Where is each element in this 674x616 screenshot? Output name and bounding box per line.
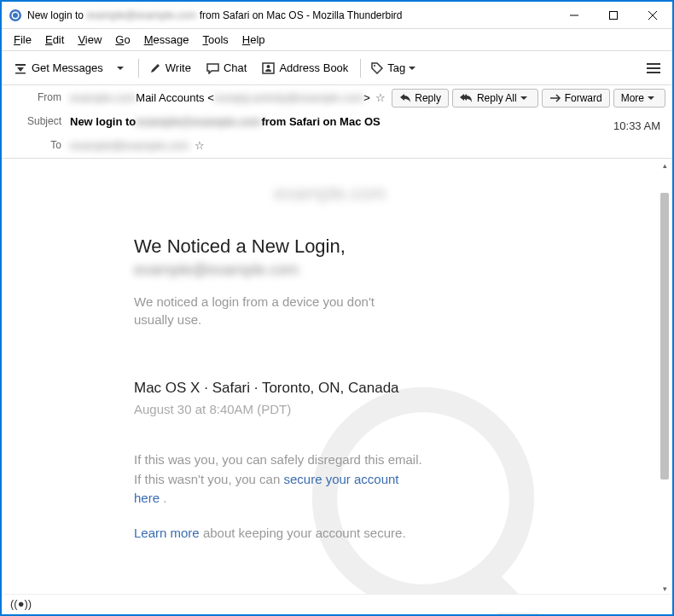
toolbar-separator-2 bbox=[360, 59, 361, 78]
get-messages-label: Get Messages bbox=[32, 61, 103, 74]
menu-message[interactable]: Message bbox=[137, 31, 196, 49]
forward-button[interactable]: Forward bbox=[542, 89, 610, 108]
chevron-down-icon bbox=[520, 95, 527, 102]
reply-icon bbox=[399, 93, 411, 103]
menu-go[interactable]: Go bbox=[108, 31, 137, 49]
body-date-line: August 30 at 8:40AM (PDT) bbox=[134, 402, 526, 416]
toolbar-separator bbox=[138, 59, 139, 78]
chevron-down-icon bbox=[409, 65, 415, 72]
from-value[interactable]: example.com Mail Accounts < noreply.acti… bbox=[70, 91, 386, 104]
chat-icon bbox=[206, 62, 219, 74]
message-header: Reply Reply All Forward More From exampl… bbox=[2, 85, 672, 159]
body-domain: example.com bbox=[134, 183, 526, 205]
svg-rect-12 bbox=[647, 67, 660, 69]
address-book-button[interactable]: Address Book bbox=[255, 58, 355, 78]
body-paragraph-2: If this was you, you can safely disregar… bbox=[134, 450, 424, 508]
menu-edit[interactable]: Edit bbox=[38, 31, 71, 49]
menu-view[interactable]: View bbox=[71, 31, 108, 49]
address-book-icon bbox=[262, 62, 275, 74]
chat-button[interactable]: Chat bbox=[200, 58, 253, 78]
hamburger-icon bbox=[647, 62, 660, 74]
chevron-down-icon bbox=[648, 95, 654, 102]
scrollbar-track[interactable] bbox=[659, 172, 671, 582]
chat-label: Chat bbox=[224, 61, 247, 74]
menu-file[interactable]: File bbox=[7, 31, 38, 49]
forward-icon bbox=[549, 94, 561, 102]
address-book-label: Address Book bbox=[279, 61, 348, 74]
get-messages-button[interactable]: Get Messages bbox=[7, 58, 110, 78]
app-icon bbox=[9, 9, 22, 22]
svg-point-10 bbox=[374, 65, 375, 67]
forward-label: Forward bbox=[565, 92, 602, 104]
close-button[interactable] bbox=[633, 2, 672, 29]
svg-rect-11 bbox=[647, 63, 660, 65]
reply-all-label: Reply All bbox=[477, 92, 517, 104]
svg-rect-13 bbox=[647, 72, 660, 73]
write-button[interactable]: Write bbox=[142, 58, 198, 78]
reply-button[interactable]: Reply bbox=[392, 89, 449, 108]
message-time: 10:33 AM bbox=[613, 119, 660, 132]
more-label: More bbox=[621, 92, 644, 104]
subject-label: Subject bbox=[10, 115, 61, 127]
from-label: From bbox=[10, 91, 61, 103]
more-button[interactable]: More bbox=[613, 89, 665, 108]
body-paragraph-3: Learn more about keeping your account se… bbox=[134, 524, 424, 543]
minimize-button[interactable] bbox=[555, 2, 594, 29]
star-icon[interactable]: ☆ bbox=[375, 91, 386, 104]
svg-rect-4 bbox=[610, 11, 618, 19]
subject-value: New login to example@example.com from Sa… bbox=[70, 115, 381, 128]
star-icon[interactable]: ☆ bbox=[195, 139, 205, 152]
scroll-up-arrow[interactable]: ▴ bbox=[659, 159, 671, 172]
to-label: To bbox=[10, 139, 61, 151]
menubar: File Edit View Go Message Tools Help bbox=[2, 29, 672, 51]
svg-point-9 bbox=[267, 65, 270, 68]
app-menu-button[interactable] bbox=[640, 59, 667, 78]
to-value[interactable]: example@example.com ☆ bbox=[70, 139, 205, 152]
tag-label: Tag bbox=[387, 61, 405, 74]
get-messages-dropdown[interactable] bbox=[112, 61, 133, 75]
body-heading: We Noticed a New Login, bbox=[134, 235, 526, 258]
svg-point-2 bbox=[13, 13, 18, 18]
svg-rect-7 bbox=[15, 73, 26, 74]
write-label: Write bbox=[166, 61, 191, 74]
reply-label: Reply bbox=[415, 92, 441, 104]
message-body: example.com We Noticed a New Login, exam… bbox=[2, 159, 659, 596]
body-device-line: Mac OS X · Safari · Toronto, ON, Canada bbox=[134, 380, 526, 397]
chevron-down-icon bbox=[117, 65, 124, 72]
vertical-scrollbar[interactable]: ▴ ▾ bbox=[659, 159, 671, 596]
body-heading-email: example@example.com bbox=[134, 261, 526, 279]
reply-all-button[interactable]: Reply All bbox=[452, 89, 538, 108]
tag-icon bbox=[371, 62, 383, 74]
body-intro: We noticed a login from a device you don… bbox=[134, 293, 407, 328]
pencil-icon bbox=[149, 62, 161, 74]
maximize-button[interactable] bbox=[594, 2, 633, 29]
statusbar: ((●)) bbox=[3, 594, 671, 613]
reply-all-icon bbox=[460, 93, 474, 103]
learn-more-link[interactable]: Learn more bbox=[134, 526, 200, 540]
toolbar: Get Messages Write Chat Address Book Tag bbox=[2, 51, 672, 85]
scrollbar-thumb[interactable] bbox=[660, 193, 669, 479]
window-title: New login to example@example.com from Sa… bbox=[27, 9, 555, 21]
online-status-icon[interactable]: ((●)) bbox=[10, 597, 32, 610]
menu-help[interactable]: Help bbox=[235, 31, 272, 49]
menu-tools[interactable]: Tools bbox=[195, 31, 235, 49]
window-titlebar: New login to example@example.com from Sa… bbox=[2, 2, 672, 29]
download-icon bbox=[14, 61, 27, 75]
message-actions: Reply Reply All Forward More bbox=[392, 89, 665, 108]
tag-button[interactable]: Tag bbox=[364, 58, 427, 78]
message-body-pane: risk.com example.com We Noticed a New Lo… bbox=[2, 159, 672, 596]
